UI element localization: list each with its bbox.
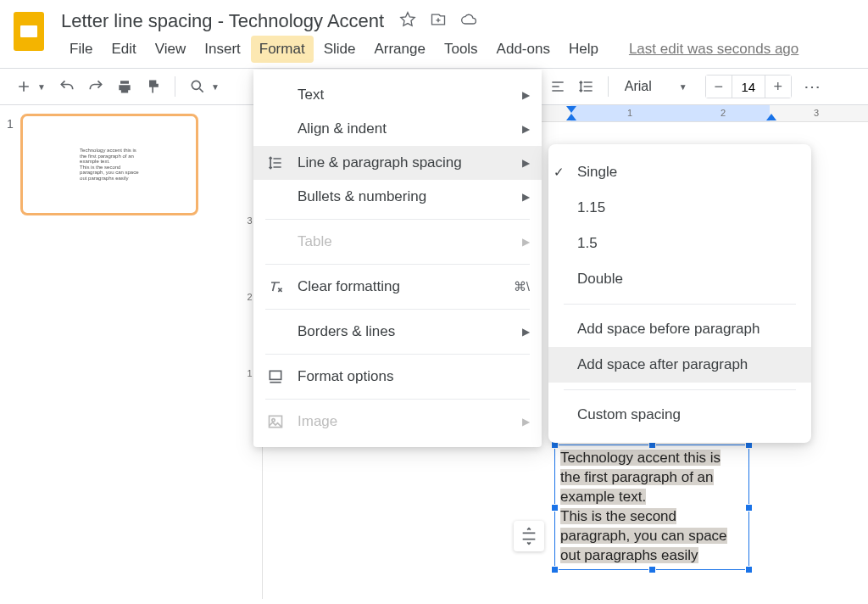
menu-addons[interactable]: Add-ons [488,36,559,63]
menu-insert[interactable]: Insert [196,36,249,63]
format-borders-item[interactable]: Borders & lines▶ [253,315,542,349]
line-spacing-icon [265,154,286,171]
format-options-icon [265,368,286,385]
redo-button[interactable] [83,74,108,99]
menu-divider [265,219,530,220]
slide-thumbnail[interactable]: Technology accent this is the first para… [20,114,198,215]
textbox-text[interactable]: example text. [560,489,646,505]
spacing-before-item[interactable]: Add space before paragraph [548,311,811,347]
fit-text-button[interactable] [514,521,544,551]
more-toolbar-button[interactable]: ⋯ [804,76,822,97]
app-header: Letter line spacing - Technology Accent … [0,0,868,63]
font-size-input[interactable] [732,76,765,98]
textbox-text[interactable]: out paragraphs easily [560,547,698,563]
menu-format[interactable]: Format [251,36,314,63]
svg-point-5 [272,419,275,422]
clear-format-icon [265,278,286,295]
spacing-15-item[interactable]: 1.5 [548,226,811,261]
cloud-icon[interactable] [460,11,477,31]
slide-number: 1 [7,114,14,215]
font-size-increase[interactable]: + [765,76,791,98]
textbox-text[interactable]: the first paragraph of an [560,469,714,485]
toolbar-separator [608,76,609,97]
format-dropdown: Text▶ Align & indent▶ Line & paragraph s… [253,70,542,447]
line-spacing-submenu: ✓Single 1.15 1.5 Double Add space before… [548,144,811,443]
font-size-group: − + [705,75,792,98]
selected-textbox[interactable]: Technology accent this is the first para… [554,445,749,570]
format-text-item[interactable]: Text▶ [253,78,542,112]
svg-rect-3 [270,371,281,379]
menu-divider [265,309,530,310]
menu-help[interactable]: Help [560,36,607,63]
resize-handle[interactable] [551,566,559,573]
align-button[interactable] [545,74,570,99]
menu-file[interactable]: File [61,36,101,63]
spacing-after-item[interactable]: Add space after paragraph [548,347,811,383]
image-icon [265,413,286,430]
star-icon[interactable] [399,11,416,31]
new-slide-button[interactable]: ▼ [10,74,51,99]
format-clear-item[interactable]: Clear formatting⌘\ [253,270,542,304]
menu-divider [265,399,530,400]
format-align-indent-item[interactable]: Align & indent▶ [253,112,542,146]
textbox-text[interactable]: This is the second [560,508,676,524]
indent-right-marker-icon[interactable] [765,105,777,124]
slide-panel: 1 Technology accent this is the first pa… [0,105,237,599]
svg-point-2 [192,81,200,89]
svg-rect-1 [20,25,37,37]
textbox-text[interactable]: paragraph, you can space [560,528,727,544]
resize-handle[interactable] [648,566,656,573]
menu-divider [564,304,796,305]
toolbar-separator [175,76,175,97]
spacing-single-item[interactable]: ✓Single [548,154,811,190]
menu-divider [564,389,796,390]
resize-handle[interactable] [551,504,559,512]
format-image-item: Image▶ [253,405,542,439]
menu-divider [265,264,530,265]
textbox-text[interactable]: Technology accent this is [560,450,721,466]
menu-arrange[interactable]: Arrange [365,36,433,63]
spacing-double-item[interactable]: Double [548,261,811,297]
title-area: Letter line spacing - Technology Accent … [61,7,858,63]
format-bullets-item[interactable]: Bullets & numbering▶ [253,180,542,214]
check-icon: ✓ [554,165,570,180]
format-options-item[interactable]: Format options [253,360,542,394]
slides-logo-icon [10,7,47,54]
print-button[interactable] [112,74,137,99]
menu-slide[interactable]: Slide [315,36,364,63]
undo-button[interactable] [54,74,80,99]
resize-handle[interactable] [745,566,753,573]
menu-tools[interactable]: Tools [436,36,487,63]
line-spacing-button[interactable] [574,74,599,99]
document-title[interactable]: Letter line spacing - Technology Accent [61,10,384,32]
move-icon[interactable] [430,11,447,31]
menu-view[interactable]: View [147,36,195,63]
indent-left-marker-icon[interactable] [565,105,577,124]
spacing-115-item[interactable]: 1.15 [548,190,811,226]
last-edit-link[interactable]: Last edit was seconds ago [629,41,798,58]
menu-divider [265,354,530,355]
spacing-custom-item[interactable]: Custom spacing [548,397,811,433]
font-size-decrease[interactable]: − [706,76,732,98]
menu-edit[interactable]: Edit [103,36,144,63]
resize-handle[interactable] [745,504,753,512]
format-table-item: Table▶ [253,225,542,259]
menu-bar: File Edit View Insert Format Slide Arran… [61,36,858,63]
zoom-button[interactable]: ▼ [184,74,225,99]
format-line-spacing-item[interactable]: Line & paragraph spacing▶ [253,146,542,180]
paint-format-button[interactable] [141,74,166,99]
font-family-dropdown[interactable]: Arial▼ [617,74,695,99]
